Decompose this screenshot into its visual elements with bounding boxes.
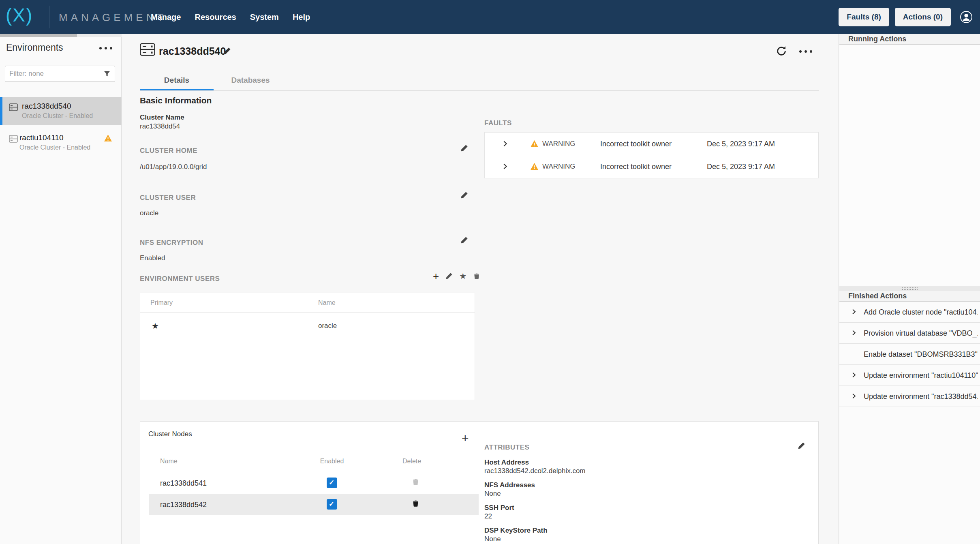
table-row[interactable]: ★ oracle <box>140 313 475 339</box>
enabled-checkbox[interactable] <box>327 499 337 510</box>
delete-node-trash-icon[interactable] <box>412 499 419 507</box>
environments-sidebar: Environments rac1338dd540 Oracle Cluster… <box>0 34 122 544</box>
fault-row[interactable]: WARNING Incorrect toolkit owner Dec 5, 2… <box>485 155 818 178</box>
expand-chevron-icon[interactable] <box>851 393 857 399</box>
splitter-drag-handle-icon[interactable] <box>902 287 918 291</box>
nav-right: Faults (8) Actions (0) <box>839 0 973 34</box>
table-row[interactable]: rac1338dd541 <box>149 472 479 494</box>
attribute-label: DSP KeyStore Path <box>484 526 586 535</box>
cluster-user-label: CLUSTER USER <box>140 194 196 202</box>
attribute-field: NFS Addresses None <box>484 481 586 498</box>
expand-chevron-icon[interactable] <box>502 140 509 147</box>
sidebar-item-ractiu104110[interactable]: ractiu104110 Oracle Cluster - Enabled <box>0 129 122 157</box>
column-name: Name <box>160 458 178 465</box>
delete-user-trash-icon[interactable] <box>473 272 480 280</box>
finished-action-row[interactable]: Update environment "ractiu104110". <box>839 365 980 386</box>
environment-users-actions: + ★ <box>433 272 480 281</box>
expand-chevron-icon[interactable] <box>851 308 857 315</box>
attribute-value: None <box>484 489 586 498</box>
nfs-encryption-edit-icon[interactable] <box>460 236 468 244</box>
basic-information-heading: Basic Information <box>140 96 212 105</box>
primary-star-icon: ★ <box>152 321 159 331</box>
tab-databases[interactable]: Databases <box>214 72 287 91</box>
top-nav: (X) MANAGEMENT Manage Resources System H… <box>0 0 980 34</box>
cluster-user-value: oracle <box>140 209 158 217</box>
environment-subtitle: Oracle Cluster - Enabled <box>19 144 90 151</box>
environment-name: ractiu104110 <box>19 133 63 142</box>
table-row[interactable]: rac1338dd542 <box>149 494 479 515</box>
server-icon <box>9 135 18 143</box>
filter-icon[interactable] <box>103 70 111 77</box>
delphix-logo-icon[interactable]: (X) <box>6 4 33 26</box>
rename-pencil-icon[interactable] <box>223 47 231 55</box>
enabled-checkbox[interactable] <box>327 478 337 488</box>
main-content: rac1338dd540 Details Databases Basic Inf… <box>122 34 839 544</box>
node-name-cell: rac1338dd542 <box>160 501 207 509</box>
finished-action-text: Update environment "ractiu104110". <box>864 371 978 380</box>
attribute-label: Host Address <box>484 458 586 467</box>
actions-button[interactable]: Actions (0) <box>895 8 951 26</box>
edit-user-icon[interactable] <box>445 272 453 280</box>
environment-users-table: Primary Name ★ oracle <box>140 293 475 400</box>
refresh-icon[interactable] <box>775 45 788 58</box>
users-table-header: Primary Name <box>140 293 475 313</box>
nav-menu: Manage Resources System Help <box>151 0 310 34</box>
sidebar-scrollbar-thumb[interactable] <box>0 34 77 37</box>
cluster-name-value: rac1338dd54 <box>140 122 180 131</box>
finished-action-row[interactable]: Add Oracle cluster node "ractiu104… <box>839 302 980 323</box>
finished-action-row[interactable]: Enable dataset "DBOMSRB331B3". <box>839 344 980 365</box>
nav-item-help[interactable]: Help <box>293 13 310 22</box>
column-enabled: Enabled <box>317 458 347 465</box>
cluster-user-edit-icon[interactable] <box>460 191 468 199</box>
expand-chevron-icon[interactable] <box>502 163 509 170</box>
set-primary-star-icon[interactable]: ★ <box>459 272 466 281</box>
expand-chevron-icon[interactable] <box>851 330 857 336</box>
cluster-home-label: CLUSTER HOME <box>140 147 197 155</box>
delete-node-trash-icon[interactable] <box>412 478 419 486</box>
warning-icon <box>530 140 539 148</box>
attributes-edit-icon[interactable] <box>798 442 805 450</box>
nav-item-resources[interactable]: Resources <box>195 13 236 22</box>
fault-date: Dec 5, 2023 9:17 AM <box>707 140 775 148</box>
tab-bar: Details Databases <box>140 72 287 91</box>
tab-details[interactable]: Details <box>140 72 214 91</box>
page-title: rac1338dd540 <box>159 45 226 57</box>
running-actions-empty <box>839 45 980 286</box>
finished-action-row[interactable]: Provision virtual database "VDBO_… <box>839 323 980 344</box>
filter-input[interactable] <box>9 70 103 78</box>
sidebar-horizontal-scrollbar[interactable] <box>0 34 122 37</box>
nav-item-system[interactable]: System <box>250 13 279 22</box>
finished-action-text: Enable dataset "DBOMSRB331B3". <box>864 350 978 359</box>
attribute-label: NFS Addresses <box>484 481 586 489</box>
environment-users-label: ENVIRONMENT USERS <box>140 275 220 283</box>
user-avatar-icon[interactable] <box>960 11 973 24</box>
fault-severity: WARNING <box>542 140 576 148</box>
attribute-field: DSP KeyStore Path None <box>484 526 586 543</box>
finished-action-row[interactable]: Update environment "rac1338dd54… <box>839 386 980 407</box>
filter-box <box>5 66 115 82</box>
cluster-home-edit-icon[interactable] <box>460 144 468 152</box>
finished-actions-header: Finished Actions <box>839 291 980 302</box>
faults-label: FAULTS <box>484 119 512 127</box>
expand-chevron-icon[interactable] <box>851 372 857 378</box>
fault-title: Incorrect toolkit owner <box>600 140 672 148</box>
faults-button[interactable]: Faults (8) <box>839 8 889 26</box>
finished-action-text: Provision virtual database "VDBO_… <box>864 329 978 338</box>
nav-item-manage[interactable]: Manage <box>151 13 181 22</box>
attribute-value: 22 <box>484 512 586 520</box>
add-cluster-node-icon[interactable]: + <box>462 431 469 445</box>
attribute-value: None <box>484 535 586 543</box>
sidebar-title: Environments <box>6 42 63 53</box>
nav-divider <box>49 6 49 28</box>
sidebar-item-rac1338dd540[interactable]: rac1338dd540 Oracle Cluster - Enabled <box>0 97 122 125</box>
attribute-label: SSH Port <box>484 503 586 512</box>
attributes-list: Host Address rac1338dd542.dcol2.delphix.… <box>484 458 586 544</box>
fault-row[interactable]: WARNING Incorrect toolkit owner Dec 5, 2… <box>485 133 818 155</box>
page-menu-icon[interactable] <box>799 50 812 53</box>
attribute-value: rac1338dd542.dcol2.delphix.com <box>484 467 586 475</box>
sidebar-menu-icon[interactable] <box>99 47 112 49</box>
app-root: (X) MANAGEMENT Manage Resources System H… <box>0 0 980 544</box>
add-user-icon[interactable]: + <box>433 272 439 281</box>
finished-action-text: Update environment "rac1338dd54… <box>864 392 978 401</box>
panel-splitter[interactable] <box>839 286 980 291</box>
